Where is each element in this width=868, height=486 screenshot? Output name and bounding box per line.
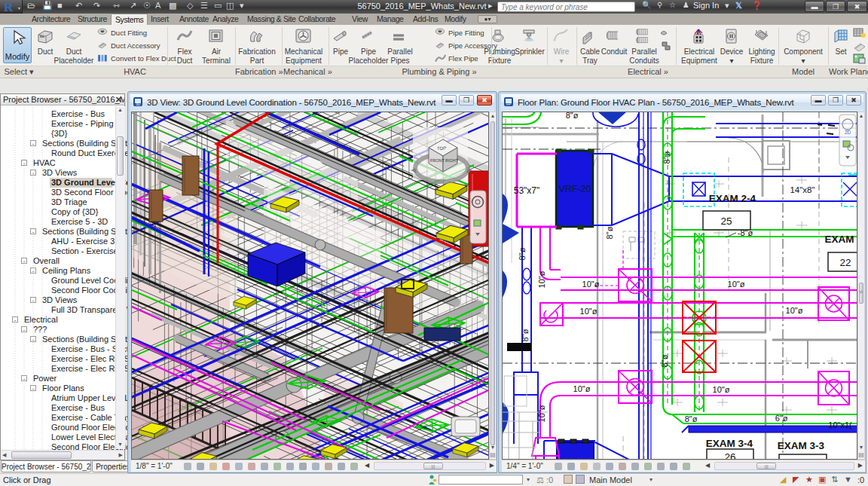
svg-text:10"ø: 10"ø <box>786 306 803 315</box>
svg-text:2D: 2D <box>845 130 851 135</box>
svg-text:6"ø: 6"ø <box>775 414 788 423</box>
svg-text:10"x1(: 10"x1( <box>828 420 852 429</box>
svg-text:22: 22 <box>839 257 851 268</box>
svg-text:FP: FP <box>506 102 512 106</box>
svg-text:FRONT: FRONT <box>430 158 445 163</box>
svg-text:R: R <box>4 0 14 14</box>
svg-text:8"ø: 8"ø <box>566 112 579 120</box>
svg-text:TOP: TOP <box>437 146 446 151</box>
svg-text:10"ø: 10"ø <box>537 405 546 422</box>
svg-text:EXAM 3-4: EXAM 3-4 <box>706 438 753 449</box>
svg-text:8"ø: 8"ø <box>521 329 530 341</box>
svg-text:8"ø: 8"ø <box>662 151 671 164</box>
svg-text:-8"ø: -8"ø <box>738 228 753 237</box>
svg-text:VRF-20: VRF-20 <box>558 184 591 194</box>
svg-text:8"ø: 8"ø <box>518 247 527 260</box>
svg-text:10"ø: 10"ø <box>573 384 591 393</box>
svg-text:RIGHT: RIGHT <box>445 158 459 163</box>
svg-text:53"x7": 53"x7" <box>514 185 540 196</box>
svg-text:10"ø: 10"ø <box>713 385 730 394</box>
svg-text:EXAM: EXAM <box>824 234 854 245</box>
svg-text:25: 25 <box>720 215 732 227</box>
svg-text:10"ø: 10"ø <box>582 280 600 289</box>
svg-text:EXAM 2-4: EXAM 2-4 <box>709 193 756 204</box>
svg-text:8"ø: 8"ø <box>660 354 669 367</box>
svg-text:8"ø: 8"ø <box>685 414 698 423</box>
svg-text:14"x8": 14"x8" <box>790 185 815 194</box>
svg-text:10"ø: 10"ø <box>537 271 546 288</box>
svg-text:3D: 3D <box>136 102 141 106</box>
svg-text:10"ø: 10"ø <box>728 280 745 289</box>
svg-text:8"ø: 8"ø <box>605 226 614 239</box>
svg-text:26: 26 <box>724 451 735 460</box>
svg-text:10"ø: 10"ø <box>580 307 598 316</box>
svg-text:EXAM 3-3: EXAM 3-3 <box>778 440 825 451</box>
